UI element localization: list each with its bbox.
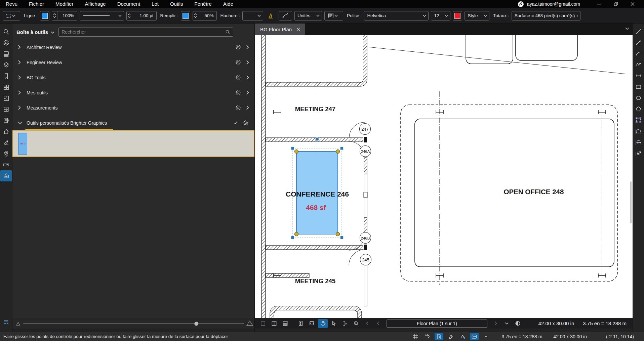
menu-affichage[interactable]: Affichage	[79, 0, 111, 8]
fill-color-swatch[interactable]	[181, 11, 190, 20]
next-page-icon[interactable]	[491, 319, 500, 328]
select-text-icon[interactable]: A	[340, 319, 350, 328]
restore-button[interactable]	[609, 0, 622, 8]
tab-list-chevron-icon[interactable]	[625, 27, 629, 30]
tab-bg-floor-plan[interactable]: BG Floor Plan	[255, 24, 305, 35]
expand-totals-icon[interactable]: ›	[576, 13, 580, 18]
line-width-stepper[interactable]: 1.00 pt	[126, 11, 157, 20]
file-cabinet-icon[interactable]	[0, 104, 12, 115]
area-measurement-label[interactable]: 468 sf	[306, 204, 326, 211]
account-email[interactable]: ayaz.taimoor@gmail.com	[527, 1, 580, 7]
checkmark-icon[interactable]: ✓	[234, 120, 238, 126]
rectangle-tool-icon[interactable]	[635, 83, 643, 90]
rotation-handle[interactable]	[316, 137, 319, 141]
markups-list-icon[interactable]	[0, 115, 12, 126]
stepper-arrows[interactable]	[52, 11, 57, 20]
group-expand-arrow-icon[interactable]	[246, 90, 249, 95]
fill-opacity-value[interactable]: 50%	[202, 13, 216, 18]
curve-tool-button[interactable]	[279, 11, 292, 20]
close-button[interactable]	[626, 0, 639, 8]
spaces-floorplan-icon[interactable]	[0, 93, 12, 104]
signature-pen-icon[interactable]	[0, 137, 12, 148]
group-expand-arrow-icon[interactable]	[246, 75, 249, 80]
group-expand-arrow-icon[interactable]	[246, 105, 249, 110]
line-tool-icon[interactable]	[635, 28, 643, 35]
thumbnails-grid-icon[interactable]	[0, 82, 12, 93]
grid-icon[interactable]	[411, 333, 420, 340]
line-opacity-stepper[interactable]: 100%	[52, 11, 77, 20]
reuse-markup-icon[interactable]	[470, 333, 479, 340]
menu-fichier[interactable]: Fichier	[23, 0, 50, 8]
menu-document[interactable]: Document	[112, 0, 146, 8]
split-vertical-icon[interactable]	[269, 319, 279, 328]
snap-hints-icon[interactable]	[458, 333, 467, 340]
pan-tool-icon[interactable]	[318, 319, 328, 328]
file-access-icon[interactable]	[0, 48, 12, 59]
current-tool-dropdown[interactable]	[3, 11, 20, 20]
units-dropdown[interactable]: Unités	[294, 11, 322, 20]
area-tool-thumbnail[interactable]: 468 sf	[18, 133, 27, 155]
menu-modifier[interactable]: Modifier	[50, 0, 79, 8]
thumbnail-size-slider[interactable]	[12, 318, 254, 329]
menu-revu[interactable]: Revu	[0, 0, 23, 8]
arc-tool-icon[interactable]	[635, 50, 643, 57]
totals-field[interactable]: Surface = 468 pied(s) carré(s) ›	[512, 11, 580, 20]
line-style-dropdown[interactable]	[80, 11, 124, 20]
search-icon[interactable]	[0, 26, 12, 37]
snap-to-markup-icon[interactable]	[446, 333, 455, 340]
style-dropdown[interactable]: Style	[465, 11, 489, 20]
group-settings-gear-icon[interactable]	[235, 104, 241, 111]
minimize-button[interactable]	[592, 0, 606, 8]
single-page-view-icon[interactable]	[258, 319, 268, 328]
count-tool-icon[interactable]	[635, 150, 643, 157]
menu-outils[interactable]: Outils	[164, 0, 189, 8]
group-settings-gear-icon[interactable]	[243, 120, 249, 126]
polygon-tool-icon[interactable]	[635, 105, 643, 113]
snap-to-grid-icon[interactable]	[423, 333, 432, 340]
first-page-icon[interactable]	[362, 319, 372, 328]
chevron-right-icon[interactable]	[18, 45, 23, 49]
group-settings-gear-icon[interactable]	[235, 89, 241, 96]
slider-handle[interactable]	[194, 322, 198, 326]
line-width-value[interactable]: 1.00 pt	[137, 13, 156, 18]
line-color-swatch[interactable]	[40, 11, 49, 20]
chevron-right-icon[interactable]	[18, 90, 23, 95]
selected-tool-row[interactable]: 468 sf	[12, 130, 254, 157]
fit-page-icon[interactable]	[296, 319, 306, 328]
stepper-arrows[interactable]	[127, 11, 132, 20]
measure-area-icon[interactable]	[635, 116, 643, 124]
group-expand-arrow-icon[interactable]	[246, 60, 249, 65]
places-pin-icon[interactable]	[0, 148, 12, 159]
search-input[interactable]	[59, 29, 225, 35]
page-menu-chevron-icon[interactable]	[502, 319, 512, 328]
tab-close-icon[interactable]	[296, 28, 300, 31]
zoom-tool-icon[interactable]	[351, 319, 361, 328]
pdf-canvas[interactable]: 247 246A 246B 245 MEETING 247 MEETING 24…	[255, 35, 633, 318]
status-options-chevron-icon[interactable]	[482, 333, 490, 340]
dimension-tool-icon[interactable]	[635, 72, 643, 79]
sketch-to-scale-button[interactable]	[266, 11, 276, 20]
menu-aide[interactable]: Aide	[217, 0, 239, 8]
layers-icon[interactable]	[0, 59, 12, 71]
canvas-scrollbar[interactable]	[630, 181, 632, 223]
menu-lot[interactable]: Lot	[146, 0, 164, 8]
chevron-down-icon[interactable]	[18, 121, 23, 124]
fit-width-icon[interactable]	[307, 319, 317, 328]
previous-page-icon[interactable]	[373, 319, 383, 328]
group-settings-gear-icon[interactable]	[235, 59, 241, 66]
stepper-arrows[interactable]	[193, 11, 198, 20]
tool-group-measurements[interactable]: Measurements	[12, 100, 254, 115]
page-indicator[interactable]: Floor Plan (1 sur 1)	[387, 319, 487, 328]
bookmarks-icon[interactable]	[0, 71, 12, 82]
tool-group-architect-review[interactable]: Architect Review	[12, 40, 254, 55]
selected-area-markup[interactable]	[291, 137, 344, 239]
contrast-icon[interactable]	[513, 319, 523, 328]
tool-group-bg-tools[interactable]: BG Tools	[12, 70, 254, 85]
group-expand-arrow-icon[interactable]	[246, 45, 249, 49]
toolbox-icon[interactable]	[0, 170, 12, 181]
fill-opacity-stepper[interactable]: 50%	[193, 11, 217, 20]
caption-style-dropdown[interactable]	[324, 11, 343, 20]
measure-polygon-icon[interactable]	[635, 127, 643, 135]
chevron-right-icon[interactable]	[18, 60, 23, 65]
group-settings-gear-icon[interactable]	[235, 44, 241, 50]
